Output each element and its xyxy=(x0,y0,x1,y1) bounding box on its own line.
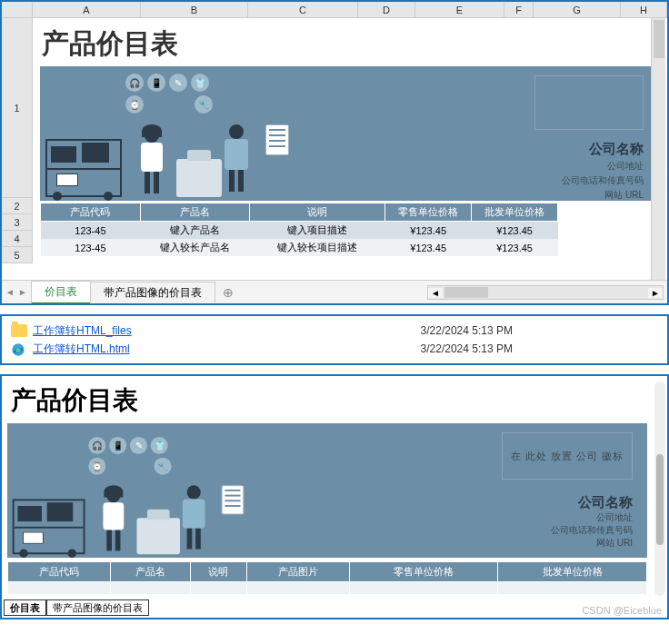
feature-bubbles: 🎧📱✎👕 ⌚🔧 xyxy=(124,72,215,115)
person-icon xyxy=(101,489,126,552)
company-name: 公司名称 xyxy=(562,141,644,158)
preview-tab[interactable]: 带产品图像的价目表 xyxy=(46,599,149,616)
th-retail[interactable]: 零售单位价格 xyxy=(385,203,472,222)
table-header-row: 产品代码 产品名 说明 产品图片 零售单位价格 批发单位价格 xyxy=(8,562,647,582)
company-addr: 公司地址 xyxy=(562,160,644,173)
horizontal-scrollbar[interactable]: ◄ ► xyxy=(427,285,664,300)
file-name[interactable]: 工作簿转HTML_files xyxy=(33,323,132,339)
person-icon xyxy=(180,485,207,552)
logo-placeholder: 在 此处 放置 公司 徽标 xyxy=(502,432,633,480)
folder-icon xyxy=(11,324,27,337)
shelf-icon xyxy=(45,139,122,197)
clipboard-icon xyxy=(265,124,289,155)
company-info: 公司名称 公司地址 公司电话和传真号码 网站 URI xyxy=(551,494,633,550)
preview-banner: 🎧📱✎👕 ⌚🔧 在 此处 放置 公司 徽标 公司名称 公司地址 公司电话和传真号… xyxy=(7,423,647,558)
file-date: 3/22/2024 5:13 PM xyxy=(421,324,513,337)
logo-placeholder xyxy=(534,75,644,130)
file-date: 3/22/2024 5:13 PM xyxy=(421,342,513,355)
illustration: 🎧📱✎👕 ⌚🔧 xyxy=(40,66,331,201)
cell-wholesale[interactable]: ¥123.45 xyxy=(472,222,558,240)
file-name[interactable]: 工作簿转HTML.html xyxy=(33,342,130,357)
col-header[interactable]: C xyxy=(248,2,358,17)
banner-image: 🎧📱✎👕 ⌚🔧 公司名称 公司地址 xyxy=(40,66,660,201)
vertical-scrollbar[interactable] xyxy=(654,381,665,596)
col-header[interactable]: D xyxy=(358,2,415,17)
th-retail: 零售单位价格 xyxy=(349,562,498,582)
table-row[interactable]: 123-45 键入较长产品名 键入较长项目描述 ¥123.45 ¥123.45 xyxy=(41,239,558,256)
company-url: 网站 URL xyxy=(562,189,644,201)
person-icon xyxy=(138,128,165,195)
list-item[interactable]: 工作簿转HTML_files 3/22/2024 5:13 PM xyxy=(11,322,658,340)
cell-code[interactable]: 123-45 xyxy=(41,222,141,240)
excel-window: A B C D E F G H 1 2 3 4 5 产品价目表 🎧📱✎👕 ⌚🔧 xyxy=(0,0,669,305)
scroll-thumb[interactable] xyxy=(444,287,488,298)
person-icon xyxy=(222,124,251,195)
th-desc: 说明 xyxy=(190,562,246,582)
register-icon xyxy=(176,159,222,197)
file-explorer-list: 工作簿转HTML_files 3/22/2024 5:13 PM 工作簿转HTM… xyxy=(0,314,669,365)
col-header[interactable]: E xyxy=(415,2,504,17)
cell-desc[interactable]: 键入项目描述 xyxy=(249,222,385,240)
cell-wholesale[interactable]: ¥123.45 xyxy=(472,239,558,256)
table-row xyxy=(8,582,647,595)
cell-code[interactable]: 123-45 xyxy=(41,239,141,256)
row-header[interactable]: 4 xyxy=(2,231,32,247)
cell-retail[interactable]: ¥123.45 xyxy=(385,239,472,256)
add-sheet-button[interactable]: ⊕ xyxy=(215,285,242,300)
company-phone: 公司电话和传真号码 xyxy=(551,524,633,537)
watermark-text: CSDN @Eiceblue xyxy=(582,605,662,616)
col-header[interactable]: F xyxy=(504,2,534,17)
preview-tab-bar: 价目表 带产品图像的价目表 xyxy=(4,599,149,616)
row-header[interactable]: 3 xyxy=(2,214,32,231)
th-code[interactable]: 产品代码 xyxy=(41,203,141,222)
col-header[interactable]: H xyxy=(621,2,667,17)
cell-retail[interactable]: ¥123.45 xyxy=(385,222,472,240)
svg-point-1 xyxy=(15,348,20,352)
table-row[interactable]: 123-45 键入产品名 键入项目描述 ¥123.45 ¥123.45 xyxy=(41,222,558,240)
row-header-col: 1 2 3 4 5 xyxy=(2,18,33,263)
scroll-thumb[interactable] xyxy=(654,20,664,58)
row-header[interactable]: 1 xyxy=(2,18,32,198)
edge-browser-icon xyxy=(11,342,27,355)
product-table[interactable]: 产品代码 产品名 说明 零售单位价格 批发单位价格 123-45 键入产品名 键… xyxy=(40,203,558,256)
cell-desc[interactable]: 键入较长项目描述 xyxy=(249,239,385,256)
scroll-thumb[interactable] xyxy=(656,454,664,545)
feature-bubbles: 🎧📱✎👕 ⌚🔧 xyxy=(86,435,173,477)
company-phone: 公司电话和传真号码 xyxy=(562,174,644,187)
company-name: 公司名称 xyxy=(551,494,633,511)
scroll-right-icon[interactable]: ► xyxy=(648,288,663,298)
cell-name[interactable]: 键入较长产品名 xyxy=(140,239,249,256)
tab-nav-arrows[interactable]: ◄► xyxy=(2,287,31,297)
scroll-left-icon[interactable]: ◄ xyxy=(428,288,443,298)
th-image: 产品图片 xyxy=(246,562,349,582)
table-header-row: 产品代码 产品名 说明 零售单位价格 批发单位价格 xyxy=(41,203,558,222)
list-item[interactable]: 工作簿转HTML.html 3/22/2024 5:13 PM xyxy=(11,340,658,358)
th-code: 产品代码 xyxy=(8,562,111,582)
sheet-tab-bar: ◄► 价目表 带产品图像的价目表 ⊕ ◄ ► xyxy=(2,280,667,303)
preview-table: 产品代码 产品名 说明 产品图片 零售单位价格 批发单位价格 xyxy=(7,561,647,595)
clipboard-icon xyxy=(222,485,245,514)
sheet-tab-active[interactable]: 价目表 xyxy=(31,281,91,304)
sheet-title: 产品价目表 xyxy=(33,18,667,63)
company-url: 网站 URI xyxy=(551,537,633,550)
col-header[interactable]: A xyxy=(33,2,141,17)
th-desc[interactable]: 说明 xyxy=(249,203,385,222)
row-header[interactable]: 5 xyxy=(2,247,32,263)
preview-tab-active[interactable]: 价目表 xyxy=(4,599,46,616)
th-wholesale: 批发单位价格 xyxy=(498,562,647,582)
th-name[interactable]: 产品名 xyxy=(140,203,249,222)
th-wholesale[interactable]: 批发单位价格 xyxy=(472,203,558,222)
html-preview-window: 产品价目表 🎧📱✎👕 ⌚🔧 在 此处 放置 xyxy=(0,374,669,619)
company-info: 公司名称 公司地址 公司电话和传真号码 网站 URL xyxy=(562,141,644,201)
sheet-area[interactable]: 产品价目表 🎧📱✎👕 ⌚🔧 xyxy=(33,18,667,280)
sheet-tab[interactable]: 带产品图像的价目表 xyxy=(90,282,215,303)
col-header[interactable]: B xyxy=(141,2,248,17)
vertical-scrollbar[interactable] xyxy=(651,18,665,280)
col-header[interactable]: G xyxy=(534,2,621,17)
illustration: 🎧📱✎👕 ⌚🔧 xyxy=(7,430,284,558)
column-header-row: A B C D E F G H xyxy=(2,2,667,18)
select-all-corner[interactable] xyxy=(2,2,33,17)
cell-name[interactable]: 键入产品名 xyxy=(140,222,249,240)
company-addr: 公司地址 xyxy=(551,511,633,524)
row-header[interactable]: 2 xyxy=(2,198,32,214)
